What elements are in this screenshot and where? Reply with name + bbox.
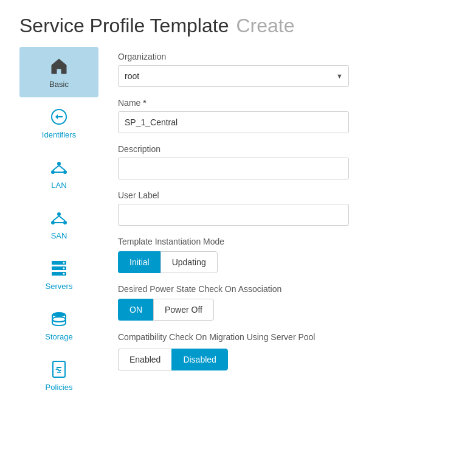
compatibility-btn-group: Enabled Disabled [118,349,457,370]
template-mode-btn-group: Initial Updating [118,251,457,273]
name-required: * [143,98,146,108]
servers-icon [48,257,70,279]
svg-point-7 [57,212,61,216]
user-label-label: User Label [118,190,457,200]
compatibility-disabled-button[interactable]: Disabled [171,349,227,370]
svg-point-1 [57,162,61,165]
user-label-input[interactable] [118,204,349,226]
template-mode-label: Template Instantiation Mode [118,237,457,246]
organization-select[interactable]: root [118,65,349,87]
svg-rect-21 [53,361,65,377]
lan-icon [48,156,70,178]
sidebar-item-identifiers[interactable]: Identifiers [19,97,98,148]
svg-line-5 [59,165,65,170]
policies-icon [48,358,70,380]
svg-point-3 [63,170,67,174]
organization-select-wrapper: root [118,65,349,87]
svg-point-8 [51,221,55,224]
name-group: Name * [118,98,457,133]
sidebar-item-lan[interactable]: LAN [19,148,98,198]
page-header: Service Profile Template Create [0,0,476,47]
template-mode-group: Template Instantiation Mode Initial Upda… [118,237,457,273]
svg-line-11 [59,216,65,221]
compatibility-label: Compatibility Check On Migration Using S… [118,332,331,344]
svg-point-17 [63,268,65,269]
sidebar-item-storage[interactable]: Storage [19,299,98,350]
sidebar-item-policies[interactable]: Policies [19,350,98,400]
svg-point-2 [51,170,55,174]
compatibility-group: Compatibility Check On Migration Using S… [118,332,457,370]
sidebar-item-basic[interactable]: Basic [19,47,98,97]
content-area: Basic Identifiers [0,47,476,401]
svg-point-9 [63,221,67,224]
page-title: Service Profile Template [19,15,229,37]
home-icon [48,55,70,77]
name-input[interactable] [118,111,349,133]
identifiers-icon [48,106,70,128]
description-group: Description [118,144,457,179]
san-icon [48,207,70,229]
power-state-on-button[interactable]: ON [118,299,153,321]
svg-point-20 [52,317,66,322]
sidebar: Basic Identifiers [19,47,98,401]
organization-group: Organization root [118,52,457,87]
description-label: Description [118,144,457,154]
sidebar-item-san[interactable]: SAN [19,198,98,249]
svg-line-4 [53,165,59,170]
power-state-group: Desired Power State Check On Association… [118,284,457,321]
organization-label: Organization [118,52,457,61]
sidebar-item-policies-label: Policies [46,383,73,392]
storage-icon [48,308,70,330]
sidebar-item-lan-label: LAN [51,181,66,190]
svg-point-19 [52,312,66,317]
sidebar-item-basic-label: Basic [49,80,69,89]
sidebar-item-storage-label: Storage [45,332,73,341]
sidebar-item-servers[interactable]: Servers [19,249,98,299]
template-mode-initial-button[interactable]: Initial [118,251,160,273]
sidebar-item-san-label: SAN [51,231,67,240]
svg-point-18 [63,273,65,275]
svg-line-10 [53,216,59,221]
user-label-group: User Label [118,190,457,226]
description-input[interactable] [118,158,349,179]
sidebar-item-servers-label: Servers [46,282,73,291]
power-state-label: Desired Power State Check On Association [118,284,457,294]
power-state-btn-group: ON Power Off [118,299,457,321]
power-state-off-button[interactable]: Power Off [153,299,214,321]
template-mode-updating-button[interactable]: Updating [160,251,218,273]
main-form: Organization root Name * Description Use… [98,47,476,401]
sidebar-item-identifiers-label: Identifiers [42,130,76,139]
svg-point-16 [63,262,65,264]
page-subtitle: Create [236,15,294,37]
name-label: Name * [118,98,457,108]
compatibility-enabled-button[interactable]: Enabled [118,349,171,370]
